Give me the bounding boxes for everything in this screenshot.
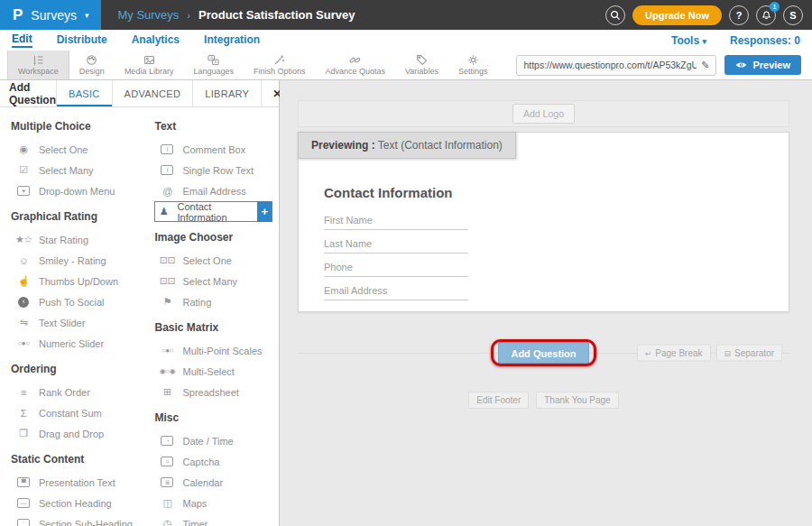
- panel-item-rank-order[interactable]: ≡Rank Order: [11, 382, 148, 402]
- toolbar-media-library-button[interactable]: Media Library: [115, 51, 184, 79]
- add-logo-button[interactable]: Add Logo: [512, 104, 575, 124]
- panel-item-section-heading[interactable]: —Section Heading: [11, 493, 148, 513]
- panel-item-select-one[interactable]: ◉Select One: [11, 139, 148, 160]
- panel-item-section-sub-heading[interactable]: ¨Section Sub-Heading: [11, 513, 148, 526]
- separator-button[interactable]: ⊟Separator: [716, 345, 782, 362]
- help-button[interactable]: ?: [729, 5, 749, 25]
- panel-item-presentation-text[interactable]: ▀Presentation Text: [11, 472, 148, 493]
- tab-library[interactable]: LIBRARY: [192, 80, 261, 106]
- edit-footer-button[interactable]: Edit Footer: [468, 392, 529, 409]
- breadcrumb-my-surveys[interactable]: My Surveys: [117, 8, 179, 22]
- captcha-icon: ≈: [161, 457, 173, 466]
- panel-item-timer[interactable]: ◷Timer: [154, 513, 279, 526]
- chevron-down-icon: ▾: [702, 37, 706, 46]
- radio-icon: ◉: [15, 143, 32, 155]
- panel-item-select-many[interactable]: ⊡⊡Select Many: [154, 271, 279, 291]
- panel-item-label: Multi-Point Scales: [182, 346, 262, 356]
- panel-item-label: Section Sub-Heading: [39, 519, 133, 526]
- nav-tab-edit[interactable]: Edit: [12, 32, 32, 48]
- panel-item-spreadsheet[interactable]: ⊞Spreadsheet: [154, 382, 279, 402]
- panel-item-label: Comment Box: [182, 144, 245, 155]
- panel-item-label: Maps: [182, 498, 207, 509]
- date-time-icon: ◔: [161, 436, 173, 446]
- user-avatar[interactable]: S: [783, 5, 803, 25]
- workspace-icon: [32, 54, 44, 66]
- preview-button[interactable]: Preview: [724, 55, 801, 75]
- panel-item-contact-information[interactable]: ♟Contact Information+: [154, 201, 272, 222]
- panel-item-label: Text Slider: [39, 318, 85, 328]
- panel-item-push-to-social[interactable]: ‹Push To Social: [11, 291, 148, 312]
- toolbar-settings-button[interactable]: Settings: [448, 51, 498, 79]
- form-field-first-name[interactable]: First Name: [324, 215, 468, 230]
- section-header-static-content: Static Content: [11, 453, 148, 466]
- panel-item-label: Presentation Text: [39, 477, 115, 488]
- panel-item-label: Drop-down Menu: [39, 186, 115, 197]
- panel-item-label: Multi-Select: [182, 366, 234, 377]
- product-switcher[interactable]: P Surveys ▾: [0, 0, 101, 30]
- toolbar-languages-button[interactable]: Aa Languages: [183, 51, 244, 79]
- panel-item-label: Rank Order: [39, 387, 90, 398]
- upgrade-now-button[interactable]: Upgrade Now: [632, 5, 722, 25]
- tab-advanced[interactable]: ADVANCED: [112, 80, 193, 106]
- section-header-text: Text: [154, 120, 279, 133]
- responses-count[interactable]: Responses: 0: [730, 34, 800, 47]
- image-icon: [143, 54, 155, 66]
- panel-item-label: Smiley - Rating: [39, 255, 106, 266]
- panel-item-label: Captcha: [182, 457, 219, 467]
- star-icon: ★☆: [15, 234, 32, 245]
- panel-item-comment-box[interactable]: IComment Box: [154, 139, 279, 160]
- form-field-email[interactable]: Email Address: [324, 285, 468, 300]
- panel-item-calendar[interactable]: ≣Calendar: [154, 472, 279, 493]
- page-break-button[interactable]: ↵Page Break: [637, 345, 711, 362]
- panel-item-multi-select[interactable]: ◉○◉Multi-Select: [154, 361, 279, 382]
- panel-item-thumbs-up-down[interactable]: ☝Thumbs Up/Down: [11, 271, 148, 291]
- notifications-button[interactable]: 1: [756, 5, 776, 25]
- panel-item-select-many[interactable]: ☑Select Many: [11, 160, 148, 180]
- panel-item-email-address[interactable]: @Email Address: [154, 180, 279, 201]
- edit-pencil-icon[interactable]: ✎: [701, 60, 709, 71]
- form-field-phone[interactable]: Phone: [324, 262, 468, 277]
- tools-menu[interactable]: Tools ▾: [671, 34, 706, 47]
- panel-item-label: Select One: [39, 144, 88, 155]
- panel-item-label: Constant Sum: [39, 408, 102, 419]
- toolbar-variables-button[interactable]: Variables: [395, 51, 448, 79]
- panel-item-text-slider[interactable]: ⇋Text Slider: [11, 312, 148, 333]
- nav-tab-analytics[interactable]: Analytics: [132, 33, 180, 47]
- translate-icon: Aa: [208, 54, 219, 66]
- toolbar-advance-quotas-button[interactable]: Advance Quotas: [315, 51, 395, 79]
- panel-item-maps[interactable]: ◫Maps: [154, 493, 279, 513]
- search-button[interactable]: [605, 5, 625, 25]
- panel-section-ordering: Ordering≡Rank OrderΣConstant Sum❐Drag an…: [11, 354, 148, 444]
- panel-item-single-row-text[interactable]: ISingle Row Text: [154, 160, 279, 180]
- panel-item-drag-and-drop[interactable]: ❐Drag and Drop: [11, 423, 148, 444]
- panel-item-numeric-slider[interactable]: ○●○Numeric Slider: [11, 333, 148, 354]
- nav-tab-integration[interactable]: Integration: [204, 33, 260, 47]
- panel-item-star-rating[interactable]: ★☆Star Rating: [11, 229, 148, 250]
- panel-item-select-one[interactable]: ⊡⊡Select One: [154, 250, 279, 271]
- panel-item-captcha[interactable]: ≈Captcha: [154, 451, 279, 472]
- section-header-image-chooser: Image Chooser: [154, 231, 279, 244]
- tab-basic[interactable]: BASIC: [56, 80, 112, 106]
- toolbar-finish-options-button[interactable]: Finish Options: [244, 51, 316, 79]
- nav-tab-distribute[interactable]: Distribute: [57, 33, 107, 47]
- add-question-button[interactable]: Add Question: [498, 342, 588, 365]
- toolbar-design-button[interactable]: Design: [69, 51, 115, 79]
- tag-icon: [416, 54, 428, 66]
- survey-nav: Edit Distribute Analytics Integration To…: [0, 30, 812, 51]
- multi-point-scales-icon: ○●○: [159, 346, 175, 355]
- panel-item-constant-sum[interactable]: ΣConstant Sum: [11, 402, 148, 423]
- section-header-basic-matrix: Basic Matrix: [154, 321, 279, 334]
- survey-url-field[interactable]: https://www.questionpro.com/t/AP53kZgUI …: [516, 55, 716, 76]
- panel-item-smiley-rating[interactable]: ☺Smiley - Rating: [11, 250, 148, 271]
- presentation-text-icon: ▀: [17, 477, 30, 487]
- panel-item-multi-point-scales[interactable]: ○●○Multi-Point Scales: [154, 340, 279, 361]
- spreadsheet-icon: ⊞: [159, 386, 175, 398]
- previewing-tab: Previewing : Text (Contact Information): [298, 132, 516, 159]
- form-field-last-name[interactable]: Last Name: [324, 238, 468, 254]
- thank-you-page-button[interactable]: Thank You Page: [536, 392, 618, 409]
- toolbar-workspace-button[interactable]: Workspace: [7, 51, 69, 79]
- panel-item-drop-down-menu[interactable]: ▾Drop-down Menu: [11, 180, 148, 201]
- panel-item-rating[interactable]: ⚑Rating: [154, 291, 279, 312]
- panel-item-date-time[interactable]: ◔Date / Time: [154, 430, 279, 451]
- add-contact-information-button[interactable]: +: [257, 201, 272, 222]
